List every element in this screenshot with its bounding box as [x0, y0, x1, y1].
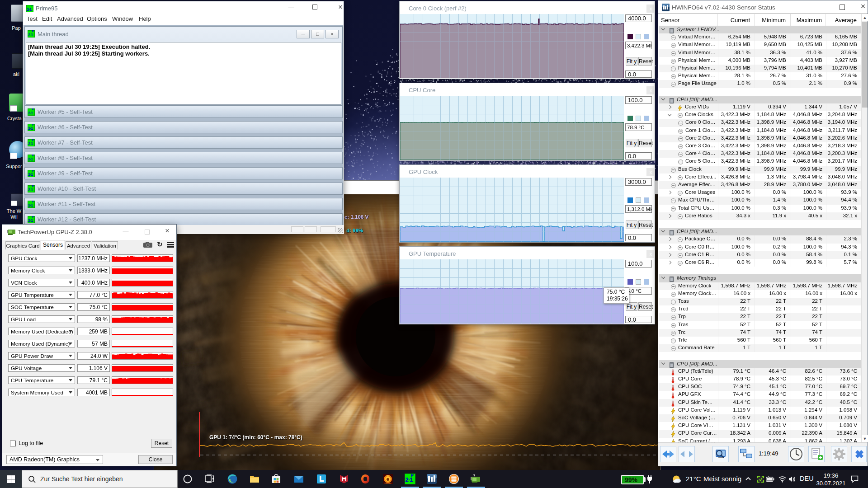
svg-text:FurMark: FurMark [385, 482, 392, 484]
